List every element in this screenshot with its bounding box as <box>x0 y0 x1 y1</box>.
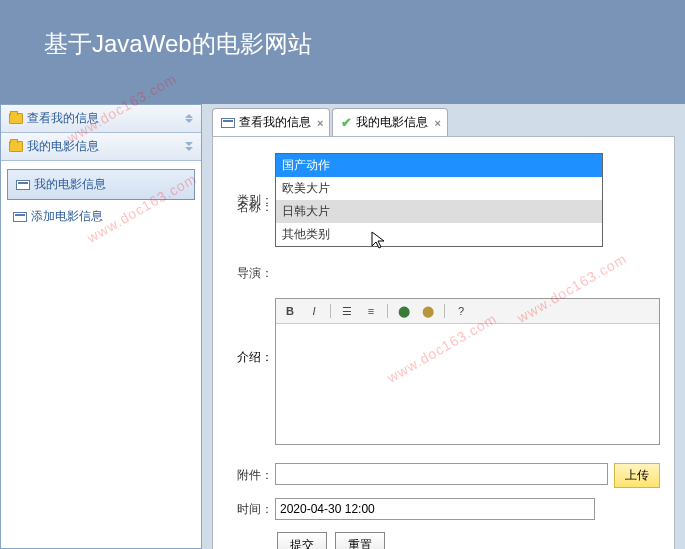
close-icon[interactable]: × <box>434 117 440 129</box>
link-button[interactable]: ⬤ <box>396 303 412 319</box>
tab-label: 我的电影信息 <box>356 114 428 131</box>
reset-button[interactable]: 重置 <box>335 532 385 549</box>
submit-button[interactable]: 提交 <box>277 532 327 549</box>
help-button[interactable]: ? <box>453 303 469 319</box>
sidebar-subitems: 我的电影信息 添加电影信息 <box>1 161 201 237</box>
name-label: 名称： <box>227 199 275 216</box>
tab-view-info[interactable]: 查看我的信息 × <box>212 108 330 136</box>
check-icon: ✔ <box>341 115 352 130</box>
sidebar-group-label: 查看我的信息 <box>27 110 185 127</box>
unordered-list-button[interactable]: ≡ <box>363 303 379 319</box>
upload-button[interactable]: 上传 <box>614 463 660 488</box>
card-icon <box>221 118 235 128</box>
director-input[interactable] <box>275 262 660 284</box>
dropdown-option[interactable]: 其他类别 <box>276 223 602 246</box>
attachment-input[interactable] <box>275 463 608 485</box>
italic-button[interactable]: I <box>306 303 322 319</box>
category-dropdown[interactable]: 国产动作 欧美大片 日韩大片 其他类别 <box>275 153 603 247</box>
users-button[interactable]: ⬤ <box>420 303 436 319</box>
sidebar: 查看我的信息 我的电影信息 我的电影信息 添加电影信息 <box>0 104 202 549</box>
expand-icon <box>185 114 193 123</box>
tab-bar: 查看我的信息 × ✔ 我的电影信息 × <box>202 104 685 136</box>
sidebar-item-label: 添加电影信息 <box>31 208 103 225</box>
tab-label: 查看我的信息 <box>239 114 311 131</box>
sidebar-group-info[interactable]: 查看我的信息 <box>1 105 201 133</box>
intro-label: 介绍： <box>227 294 275 445</box>
card-icon <box>16 180 30 190</box>
page-header: 基于JavaWeb的电影网站 <box>0 0 685 104</box>
separator <box>444 304 445 318</box>
bold-button[interactable]: B <box>282 303 298 319</box>
dropdown-option[interactable]: 国产动作 <box>276 154 602 177</box>
content-area: 查看我的信息 × ✔ 我的电影信息 × 类别： 国产动作 欧美大片 <box>202 104 685 549</box>
sidebar-group-movie[interactable]: 我的电影信息 <box>1 133 201 161</box>
form-panel: 类别： 国产动作 欧美大片 日韩大片 其他类别 名称： <box>212 136 675 549</box>
separator <box>387 304 388 318</box>
separator <box>330 304 331 318</box>
main-area: 查看我的信息 我的电影信息 我的电影信息 添加电影信息 查看我的信息 × <box>0 104 685 549</box>
close-icon[interactable]: × <box>317 117 323 129</box>
tab-my-movie[interactable]: ✔ 我的电影信息 × <box>332 108 447 136</box>
sidebar-item-add-movie[interactable]: 添加电影信息 <box>5 202 197 231</box>
time-input[interactable] <box>275 498 595 520</box>
folder-icon <box>9 113 23 124</box>
editor-body[interactable] <box>276 324 659 444</box>
time-label: 时间： <box>227 501 275 518</box>
page-title: 基于JavaWeb的电影网站 <box>44 30 312 57</box>
attachment-label: 附件： <box>227 467 275 484</box>
dropdown-option[interactable]: 欧美大片 <box>276 177 602 200</box>
sidebar-item-label: 我的电影信息 <box>34 176 106 193</box>
dropdown-option[interactable]: 日韩大片 <box>276 200 602 223</box>
sidebar-group-label: 我的电影信息 <box>27 138 185 155</box>
collapse-icon <box>185 142 193 151</box>
director-label: 导演： <box>227 265 275 282</box>
folder-icon <box>9 141 23 152</box>
ordered-list-button[interactable]: ☰ <box>339 303 355 319</box>
rich-editor: B I ☰ ≡ ⬤ ⬤ ? <box>275 298 660 445</box>
card-icon <box>13 212 27 222</box>
editor-toolbar: B I ☰ ≡ ⬤ ⬤ ? <box>276 299 659 324</box>
sidebar-item-my-movie[interactable]: 我的电影信息 <box>7 169 195 200</box>
